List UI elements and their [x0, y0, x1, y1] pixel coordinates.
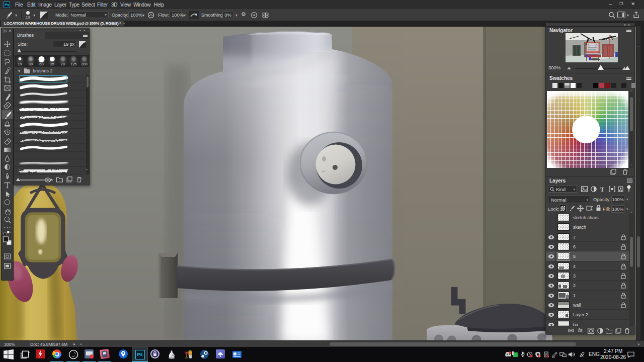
- svg-text:70: 70: [61, 62, 65, 66]
- svg-text:60: 60: [39, 62, 43, 66]
- svg-text:90: 90: [29, 62, 33, 66]
- svg-text:125: 125: [70, 62, 77, 66]
- svg-text:35: 35: [50, 62, 54, 66]
- svg-text:200: 200: [81, 62, 88, 66]
- svg-text:19: 19: [18, 62, 22, 66]
